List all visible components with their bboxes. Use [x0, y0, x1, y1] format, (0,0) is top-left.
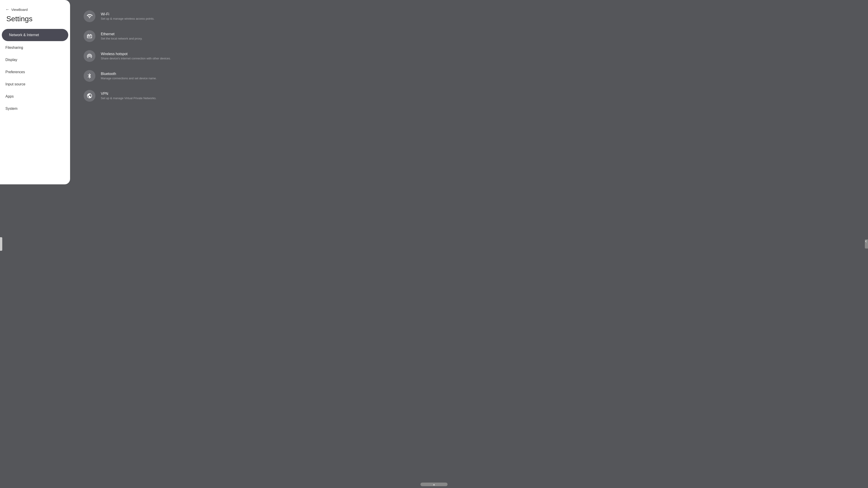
settings-items: Wi-FiSet up & manage wireless access poi… [79, 7, 320, 105]
settings-item-ethernet[interactable]: EthernetSet the local network and proxy. [79, 27, 320, 46]
hotspot-text: Wireless hotspotShare device's internet … [101, 52, 171, 60]
nav-item-inputsource[interactable]: Input source [0, 78, 70, 90]
vpn-title: VPN [101, 92, 156, 96]
settings-item-bluetooth[interactable]: BluetoothManage connections and set devi… [79, 66, 320, 86]
main-content: Wi-FiSet up & manage wireless access poi… [70, 0, 329, 184]
nav-item-network[interactable]: Network & Internet [2, 29, 68, 41]
back-icon: ← [5, 7, 9, 12]
sidebar-nav: Network & InternetFilesharingDisplayPref… [0, 27, 70, 184]
bluetooth-text: BluetoothManage connections and set devi… [101, 72, 157, 80]
back-label: ViewBoard [11, 8, 28, 11]
hotspot-icon-wrap [84, 50, 95, 62]
nav-item-system[interactable]: System [0, 103, 70, 115]
hotspot-description: Share device's internet connection with … [101, 57, 171, 60]
nav-item-apps[interactable]: Apps [0, 90, 70, 103]
nav-item-display[interactable]: Display [0, 54, 70, 66]
settings-title: Settings [6, 15, 65, 23]
settings-item-hotspot[interactable]: Wireless hotspotShare device's internet … [79, 46, 320, 66]
settings-item-vpn[interactable]: VPNSet up & manage Virtual Private Netwo… [79, 86, 320, 105]
wifi-text: Wi-FiSet up & manage wireless access poi… [101, 12, 154, 20]
back-link[interactable]: ← ViewBoard [5, 7, 65, 12]
settings-item-wifi[interactable]: Wi-FiSet up & manage wireless access poi… [79, 7, 320, 26]
sidebar: ← ViewBoard Settings Network & InternetF… [0, 0, 70, 184]
ethernet-icon-wrap [84, 30, 95, 42]
ethernet-description: Set the local network and proxy. [101, 37, 143, 40]
wifi-icon-wrap [84, 10, 95, 22]
nav-item-preferences[interactable]: Preferences [0, 66, 70, 78]
ethernet-text: EthernetSet the local network and proxy. [101, 32, 143, 40]
wifi-description: Set up & manage wireless access points. [101, 17, 154, 20]
vpn-description: Set up & manage Virtual Private Networks… [101, 96, 156, 100]
ethernet-title: Ethernet [101, 32, 143, 36]
sidebar-header: ← ViewBoard Settings [0, 0, 70, 27]
bluetooth-title: Bluetooth [101, 72, 157, 76]
vpn-icon-wrap [84, 90, 95, 102]
bluetooth-description: Manage connections and set device name. [101, 76, 157, 80]
bluetooth-icon-wrap [84, 70, 95, 82]
vpn-text: VPNSet up & manage Virtual Private Netwo… [101, 92, 156, 100]
nav-item-filesharing[interactable]: Filesharing [0, 41, 70, 54]
hotspot-title: Wireless hotspot [101, 52, 171, 56]
wifi-title: Wi-Fi [101, 12, 154, 16]
